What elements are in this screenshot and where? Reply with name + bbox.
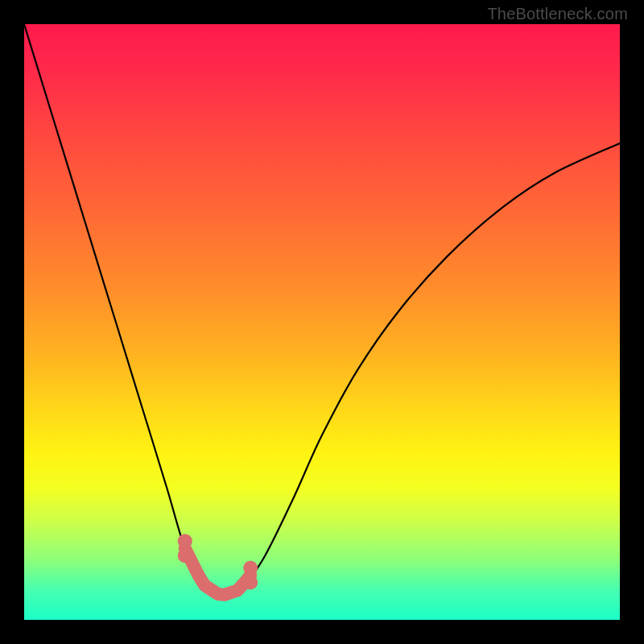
plot-area xyxy=(24,24,620,620)
highlight-dot xyxy=(243,576,258,590)
outer-frame: TheBottleneck.com xyxy=(0,0,644,644)
watermark-text: TheBottleneck.com xyxy=(487,5,628,23)
chart-svg xyxy=(24,24,620,620)
highlight-dot xyxy=(178,548,192,563)
highlight-dot xyxy=(178,534,192,548)
highlight-dot xyxy=(243,561,258,576)
bottleneck-curve xyxy=(24,24,620,597)
highlight-segment xyxy=(185,548,250,595)
